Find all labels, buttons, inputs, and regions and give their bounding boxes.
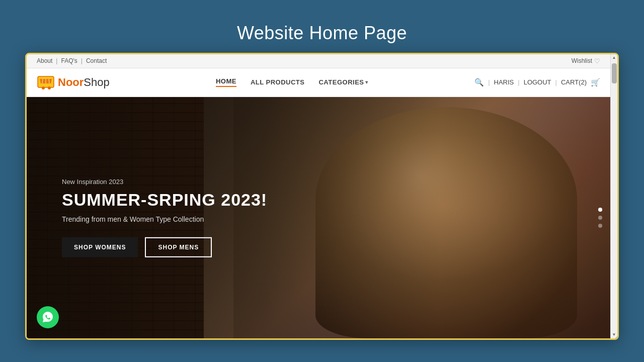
utility-right: Wishlist ♡ bbox=[572, 57, 600, 65]
scroll-down-arrow[interactable]: ▼ bbox=[611, 331, 618, 338]
scroll-thumb[interactable] bbox=[612, 63, 617, 83]
cart-label[interactable]: CART(2) bbox=[561, 78, 587, 86]
heart-icon: ♡ bbox=[594, 57, 600, 65]
utility-sep-2: | bbox=[81, 57, 83, 64]
logo-icon bbox=[37, 73, 55, 92]
hero-description: Trending from men & Women Type Collectio… bbox=[62, 215, 267, 223]
utility-sep-1: | bbox=[56, 57, 57, 64]
nav-sep-3: | bbox=[555, 78, 557, 86]
nav-link-categories[interactable]: CATEGORIES ▾ bbox=[318, 78, 368, 86]
shop-mens-button[interactable]: SHOP MENS bbox=[145, 237, 212, 257]
nav-right: 🔍 | HARIS | LOGOUT | CART(2) 🛒 bbox=[474, 78, 600, 87]
hero-content: New Inspiration 2023 SUMMER-SRPING 2023!… bbox=[62, 177, 267, 257]
utility-bar: About | FAQ's | Contact Wishlist ♡ bbox=[27, 54, 617, 68]
nav-sep-1: | bbox=[488, 78, 490, 86]
wishlist-label[interactable]: Wishlist bbox=[572, 57, 592, 64]
logout-label[interactable]: LOGOUT bbox=[524, 78, 551, 86]
main-nav-links: HOME ALL PRODUCTS CATEGORIES ▾ bbox=[216, 77, 368, 87]
slider-dot-2[interactable] bbox=[598, 216, 602, 220]
slider-dot-1[interactable] bbox=[598, 208, 602, 212]
categories-arrow-icon: ▾ bbox=[365, 79, 368, 85]
svg-point-1 bbox=[42, 86, 45, 89]
logo-text: NoorShop bbox=[58, 76, 110, 89]
utility-links: About | FAQ's | Contact bbox=[37, 57, 107, 64]
utility-link-faqs[interactable]: FAQ's bbox=[61, 57, 77, 64]
nav-sep-2: | bbox=[518, 78, 519, 86]
nav-link-home[interactable]: HOME bbox=[216, 77, 236, 87]
user-label[interactable]: HARIS bbox=[494, 78, 514, 86]
utility-link-contact[interactable]: Contact bbox=[86, 57, 107, 64]
shop-womens-button[interactable]: SHOP WOMENS bbox=[62, 237, 138, 257]
nav-link-all-products[interactable]: ALL PRODUCTS bbox=[251, 78, 305, 86]
hero-title: SUMMER-SRPING 2023! bbox=[62, 190, 267, 209]
browser-frame: ▲ ▼ About | FAQ's | Contact Wishlist ♡ bbox=[25, 53, 619, 340]
hero-subtitle: New Inspiration 2023 bbox=[62, 177, 267, 185]
logo[interactable]: NoorShop bbox=[37, 73, 110, 92]
main-nav: NoorShop HOME ALL PRODUCTS CATEGORIES ▾ … bbox=[27, 68, 617, 97]
hero-section: New Inspiration 2023 SUMMER-SRPING 2023!… bbox=[27, 97, 617, 338]
search-icon[interactable]: 🔍 bbox=[474, 78, 484, 87]
cart-icon: 🛒 bbox=[591, 78, 600, 87]
categories-label: CATEGORIES bbox=[318, 78, 364, 86]
svg-point-2 bbox=[48, 86, 51, 89]
slider-dots bbox=[598, 208, 602, 228]
page-title: Website Home Page bbox=[237, 23, 407, 44]
utility-link-about[interactable]: About bbox=[37, 57, 52, 64]
logo-text-shop: Shop bbox=[84, 76, 109, 88]
hero-buttons: SHOP WOMENS SHOP MENS bbox=[62, 237, 267, 257]
logo-text-noor: Noor bbox=[58, 76, 84, 88]
slider-dot-3[interactable] bbox=[598, 224, 602, 228]
whatsapp-button[interactable] bbox=[37, 306, 59, 328]
scrollbar[interactable]: ▲ ▼ bbox=[610, 54, 617, 338]
scroll-up-arrow[interactable]: ▲ bbox=[611, 54, 618, 61]
